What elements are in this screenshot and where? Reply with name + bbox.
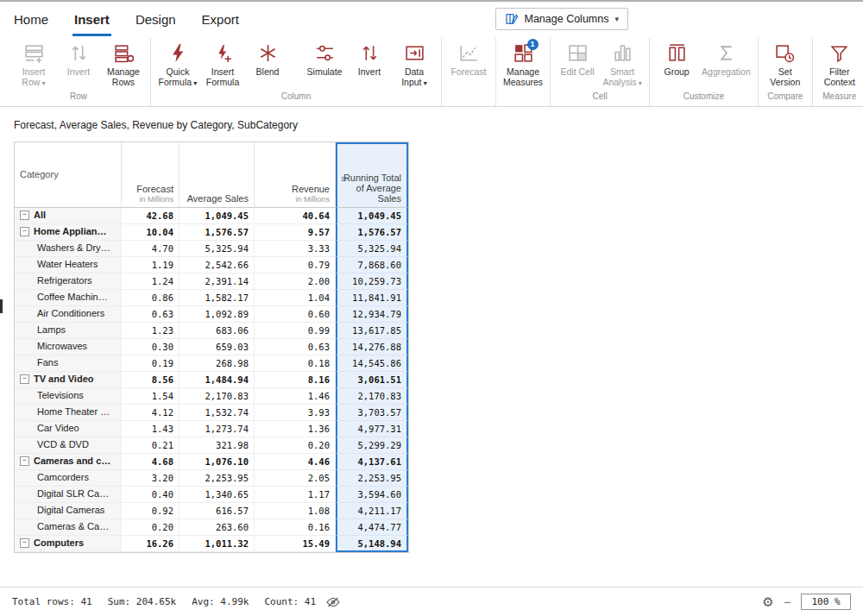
cell-avg_sales[interactable]: 1,532.74 bbox=[180, 405, 255, 421]
cell-running_total[interactable]: 1,576.57 bbox=[336, 224, 408, 241]
cell-avg_sales[interactable]: 321.98 bbox=[180, 437, 255, 454]
blend-button[interactable]: Blend bbox=[245, 38, 290, 77]
cell-forecast[interactable]: 0.92 bbox=[122, 503, 180, 519]
cell-forecast[interactable]: 1.24 bbox=[122, 273, 180, 290]
cell-category[interactable]: Washers & Dry… bbox=[15, 241, 122, 257]
cell-category[interactable]: Water Heaters bbox=[15, 257, 122, 273]
cell-running_total[interactable]: 11,841.91 bbox=[336, 290, 408, 306]
cell-running_total[interactable]: 1,049.45 bbox=[336, 208, 408, 224]
column-header-running_total[interactable]: ≡Running Total of Average Sales bbox=[336, 142, 408, 208]
cell-forecast[interactable]: 4.68 bbox=[122, 454, 180, 470]
cell-category[interactable]: −TV and Video bbox=[15, 372, 122, 388]
zoom-level[interactable]: 100 % bbox=[801, 594, 851, 610]
tab-export[interactable]: Export bbox=[200, 4, 241, 36]
cell-revenue[interactable]: 15.49 bbox=[255, 536, 336, 552]
cell-category[interactable]: Cameras & Ca… bbox=[15, 519, 122, 536]
cell-revenue[interactable]: 2.00 bbox=[255, 273, 336, 290]
cell-running_total[interactable]: 4,977.31 bbox=[336, 421, 408, 437]
cell-revenue[interactable]: 2.05 bbox=[255, 470, 336, 487]
column-header-category[interactable]: Category bbox=[15, 142, 122, 208]
cell-revenue[interactable]: 0.99 bbox=[255, 323, 336, 339]
cell-forecast[interactable]: 1.19 bbox=[122, 257, 180, 273]
tab-home[interactable]: Home bbox=[12, 4, 50, 36]
cell-forecast[interactable]: 4.70 bbox=[122, 241, 180, 257]
cell-category[interactable]: Televisions bbox=[15, 388, 122, 405]
cell-forecast[interactable]: 8.56 bbox=[122, 372, 180, 388]
cell-avg_sales[interactable]: 268.98 bbox=[180, 355, 255, 372]
cell-category[interactable]: Digital SLR Ca… bbox=[15, 487, 122, 503]
cell-revenue[interactable]: 0.63 bbox=[255, 339, 336, 355]
cell-forecast[interactable]: 0.20 bbox=[122, 519, 180, 536]
cell-category[interactable]: Refrigerators bbox=[15, 273, 122, 290]
invert-button[interactable]: Invert bbox=[347, 38, 392, 77]
cell-revenue[interactable]: 1.36 bbox=[255, 421, 336, 437]
cell-revenue[interactable]: 0.60 bbox=[255, 306, 336, 323]
cell-avg_sales[interactable]: 659.03 bbox=[180, 339, 255, 355]
cell-running_total[interactable]: 4,474.77 bbox=[336, 519, 408, 536]
tab-insert[interactable]: Insert bbox=[72, 4, 111, 36]
cell-forecast[interactable]: 1.43 bbox=[122, 421, 180, 437]
hide-stats-icon[interactable] bbox=[326, 597, 340, 607]
cell-category[interactable]: Air Conditioners bbox=[15, 306, 122, 323]
cell-running_total[interactable]: 14,545.86 bbox=[336, 355, 408, 372]
simulate-button[interactable]: Simulate bbox=[302, 38, 347, 77]
quick-formula-button[interactable]: Quick Formula ▾ bbox=[155, 38, 200, 88]
cell-avg_sales[interactable]: 1,273.74 bbox=[180, 421, 255, 437]
cell-running_total[interactable]: 5,299.29 bbox=[336, 437, 408, 454]
cell-forecast[interactable]: 0.30 bbox=[122, 339, 180, 355]
cell-forecast[interactable]: 42.68 bbox=[122, 208, 180, 224]
cell-revenue[interactable]: 0.18 bbox=[255, 355, 336, 372]
cell-running_total[interactable]: 3,594.60 bbox=[336, 487, 408, 503]
cell-revenue[interactable]: 1.08 bbox=[255, 503, 336, 519]
column-header-revenue[interactable]: Revenuein Millions bbox=[255, 142, 336, 208]
cell-category[interactable]: −All bbox=[15, 208, 122, 224]
cell-avg_sales[interactable]: 2,170.83 bbox=[180, 388, 255, 405]
cell-revenue[interactable]: 1.46 bbox=[255, 388, 336, 405]
cell-category[interactable]: −Cameras and c… bbox=[15, 454, 122, 470]
collapse-icon[interactable]: − bbox=[20, 538, 29, 548]
cell-avg_sales[interactable]: 5,325.94 bbox=[180, 241, 255, 257]
cell-revenue[interactable]: 3.93 bbox=[255, 405, 336, 421]
data-input-button[interactable]: Data Input ▾ bbox=[392, 38, 437, 88]
zoom-out-icon[interactable]: — bbox=[784, 596, 791, 608]
cell-avg_sales[interactable]: 1,576.57 bbox=[180, 224, 255, 241]
cell-forecast[interactable]: 3.20 bbox=[122, 470, 180, 487]
cell-running_total[interactable]: 7,868.60 bbox=[336, 257, 408, 273]
collapse-icon[interactable]: − bbox=[20, 374, 29, 384]
cell-category[interactable]: Home Theater … bbox=[15, 405, 122, 421]
column-menu-icon[interactable]: ≡ bbox=[341, 173, 346, 184]
settings-gear-icon[interactable]: ⚙ bbox=[762, 594, 773, 610]
collapse-icon[interactable]: − bbox=[20, 227, 29, 236]
cell-category[interactable]: Camcorders bbox=[15, 470, 122, 487]
cell-avg_sales[interactable]: 2,542.66 bbox=[180, 257, 255, 273]
cell-running_total[interactable]: 10,259.73 bbox=[336, 273, 408, 290]
cell-revenue[interactable]: 0.79 bbox=[255, 257, 336, 273]
cell-forecast[interactable]: 0.86 bbox=[122, 290, 180, 306]
manage-columns-button[interactable]: Manage Columns ▾ bbox=[495, 8, 629, 30]
group-button[interactable]: Group bbox=[654, 38, 699, 77]
manage-rows-button[interactable]: Manage Rows bbox=[101, 38, 146, 88]
cell-avg_sales[interactable]: 1,011.32 bbox=[180, 536, 255, 552]
cell-forecast[interactable]: 4.12 bbox=[122, 405, 180, 421]
cell-running_total[interactable]: 4,211.17 bbox=[336, 503, 408, 519]
manage-measures-button[interactable]: 1Manage Measures bbox=[501, 38, 545, 88]
collapse-icon[interactable]: − bbox=[20, 456, 29, 466]
cell-avg_sales[interactable]: 1,092.89 bbox=[180, 306, 255, 323]
cell-forecast[interactable]: 0.40 bbox=[122, 487, 180, 503]
set-version-button[interactable]: Set Version bbox=[763, 38, 808, 88]
filter-context-button[interactable]: Filter Context bbox=[817, 38, 862, 88]
cell-revenue[interactable]: 9.57 bbox=[255, 224, 336, 241]
cell-category[interactable]: Microwaves bbox=[15, 339, 122, 355]
cell-revenue[interactable]: 0.20 bbox=[255, 437, 336, 454]
cell-avg_sales[interactable]: 616.57 bbox=[180, 503, 255, 519]
cell-category[interactable]: −Home Applian… bbox=[15, 224, 122, 241]
cell-revenue[interactable]: 4.46 bbox=[255, 454, 336, 470]
cell-running_total[interactable]: 12,934.79 bbox=[336, 306, 408, 323]
cell-revenue[interactable]: 3.33 bbox=[255, 241, 336, 257]
cell-running_total[interactable]: 2,253.95 bbox=[336, 470, 408, 487]
cell-category[interactable]: Car Video bbox=[15, 421, 122, 437]
cell-avg_sales[interactable]: 2,391.14 bbox=[180, 273, 255, 290]
cell-avg_sales[interactable]: 683.06 bbox=[180, 323, 255, 339]
tab-design[interactable]: Design bbox=[134, 4, 178, 36]
cell-category[interactable]: Digital Cameras bbox=[15, 503, 122, 519]
